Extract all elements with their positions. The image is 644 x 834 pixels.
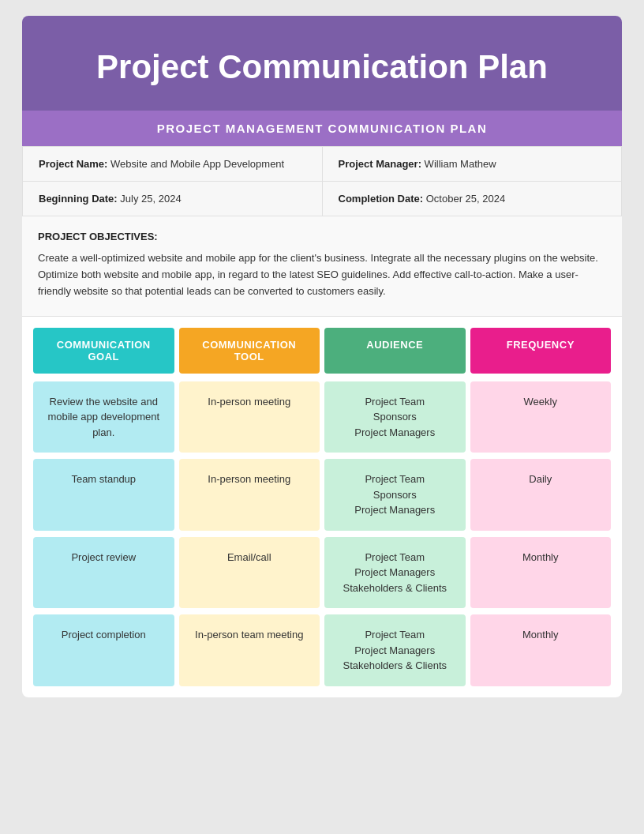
- header-audience: AUDIENCE: [324, 328, 466, 374]
- project-name-cell: Project Name: Website and Mobile App Dev…: [23, 147, 323, 181]
- project-name-label: Project Name:: [39, 158, 107, 170]
- row3-goal: Project review: [33, 537, 174, 609]
- beginning-date-value: July 25, 2024: [120, 193, 181, 205]
- subtitle-text: PROJECT MANAGEMENT COMMUNICATION PLAN: [38, 122, 606, 135]
- row4-audience: Project TeamProject ManagersStakeholders…: [324, 614, 466, 686]
- table-row: Project completion In-person team meetin…: [33, 614, 611, 686]
- header-section: Project Communication Plan: [22, 16, 622, 111]
- table-header-row: COMMUNICATION GOAL COMMUNICATION TOOL AU…: [22, 317, 622, 374]
- objectives-text: Create a well-optimized website and mobi…: [38, 250, 606, 299]
- row3-frequency: Monthly: [470, 537, 612, 609]
- beginning-date-cell: Beginning Date: July 25, 2024: [23, 182, 323, 216]
- table-body: Review the website and mobile app develo…: [22, 374, 622, 697]
- objectives-title: PROJECT OBJECTIVES:: [38, 229, 606, 246]
- row1-goal: Review the website and mobile app develo…: [33, 381, 174, 453]
- row2-frequency: Daily: [470, 459, 612, 531]
- header-goal: COMMUNICATION GOAL: [33, 328, 174, 374]
- info-row-names: Project Name: Website and Mobile App Dev…: [23, 147, 621, 182]
- row2-goal: Team standup: [33, 459, 174, 531]
- subheader-bar: PROJECT MANAGEMENT COMMUNICATION PLAN: [22, 111, 622, 146]
- row1-tool: In-person meeting: [179, 381, 320, 453]
- row4-goal: Project completion: [33, 614, 174, 686]
- objectives-section: PROJECT OBJECTIVES: Create a well-optimi…: [22, 216, 622, 316]
- header-tool: COMMUNICATION TOOL: [179, 328, 320, 374]
- completion-date-value: October 25, 2024: [426, 193, 505, 205]
- table-row: Team standup In-person meeting Project T…: [33, 459, 611, 531]
- row4-tool: In-person team meeting: [179, 614, 320, 686]
- row4-frequency: Monthly: [470, 614, 612, 686]
- row2-tool: In-person meeting: [179, 459, 320, 531]
- completion-date-label: Completion Date:: [339, 193, 424, 205]
- header-frequency: FREQUENCY: [470, 328, 612, 374]
- info-row-dates: Beginning Date: July 25, 2024 Completion…: [23, 182, 621, 216]
- communication-table: COMMUNICATION GOAL COMMUNICATION TOOL AU…: [22, 317, 622, 697]
- page-title: Project Communication Plan: [46, 47, 598, 87]
- project-manager-value: William Mathew: [425, 158, 496, 170]
- project-manager-cell: Project Manager: William Mathew: [323, 147, 622, 181]
- row3-tool: Email/call: [179, 537, 320, 609]
- row1-audience: Project TeamSponsorsProject Managers: [324, 381, 466, 453]
- info-section: Project Name: Website and Mobile App Dev…: [22, 146, 622, 216]
- table-row: Review the website and mobile app develo…: [33, 381, 611, 453]
- row2-audience: Project TeamSponsorsProject Managers: [324, 459, 466, 531]
- row3-audience: Project TeamProject ManagersStakeholders…: [324, 537, 466, 609]
- beginning-date-label: Beginning Date:: [39, 193, 118, 205]
- project-name-value: Website and Mobile App Development: [110, 158, 284, 170]
- row1-frequency: Weekly: [470, 381, 612, 453]
- page: Project Communication Plan PROJECT MANAG…: [22, 16, 622, 697]
- completion-date-cell: Completion Date: October 25, 2024: [323, 182, 622, 216]
- table-row: Project review Email/call Project TeamPr…: [33, 537, 611, 609]
- project-manager-label: Project Manager:: [339, 158, 421, 170]
